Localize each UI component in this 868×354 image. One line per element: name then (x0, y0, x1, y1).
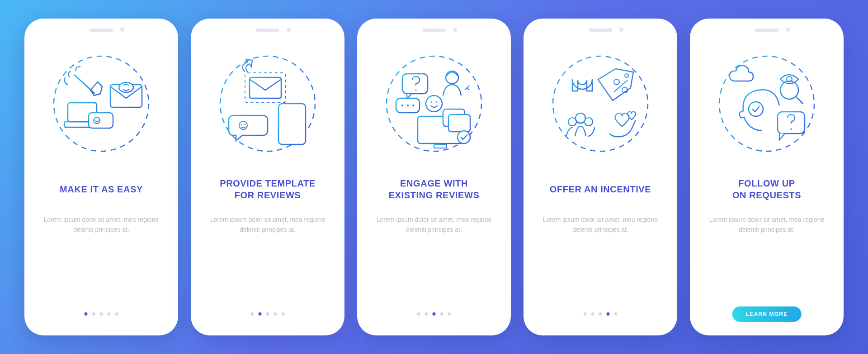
dot-3[interactable] (599, 312, 602, 316)
svg-point-63 (790, 128, 792, 130)
dot-4[interactable] (440, 312, 443, 316)
svg-point-51 (614, 79, 619, 85)
template-icon (213, 49, 322, 158)
dot-1[interactable] (417, 312, 420, 316)
onboarding-phones-row: MAKE IT AS EASY Lorem ipsum dolor sit am… (24, 19, 844, 335)
dot-2[interactable] (591, 312, 594, 316)
svg-point-31 (401, 105, 403, 106)
screen-body: Lorem ipsum dolor sit amet, mea regione … (705, 215, 828, 234)
screen-title: ENGAGE WITH EXISTING REVIEWS (389, 177, 480, 201)
svg-rect-38 (434, 144, 447, 148)
pagination-dots (584, 312, 618, 316)
phone-screen-1: MAKE IT AS EASY Lorem ipsum dolor sit am… (24, 19, 178, 335)
svg-point-14 (241, 124, 242, 125)
phone-screen-4: OFFER AN INCENTIVE Lorem ipsum dolor sit… (524, 19, 677, 335)
dot-4[interactable] (274, 312, 277, 316)
incentive-icon (546, 49, 655, 158)
svg-point-57 (719, 56, 814, 151)
dot-3[interactable] (100, 312, 103, 316)
dot-1[interactable] (251, 312, 254, 316)
svg-point-35 (430, 101, 432, 102)
dot-3[interactable] (433, 312, 436, 316)
phone-screen-3: ENGAGE WITH EXISTING REVIEWS Lorem ipsum… (357, 19, 511, 335)
svg-line-61 (796, 96, 803, 104)
dot-3[interactable] (266, 312, 269, 316)
followup-icon (712, 49, 821, 158)
screen-body: Lorem ipsum dolor sit amet, mea regione … (206, 215, 329, 234)
svg-point-58 (749, 102, 763, 116)
screen-body: Lorem ipsum dolor sit amet, mea regione … (539, 215, 662, 234)
screen-title: OFFER AN INCENTIVE (550, 177, 651, 201)
svg-point-36 (436, 101, 437, 102)
dot-5[interactable] (448, 312, 451, 316)
dot-5[interactable] (282, 312, 285, 316)
svg-point-15 (245, 124, 245, 125)
pagination-dots (251, 312, 285, 316)
svg-point-29 (415, 89, 416, 91)
easy-icon (47, 49, 156, 158)
dot-1[interactable] (85, 312, 88, 316)
svg-line-53 (614, 80, 627, 92)
svg-point-27 (446, 71, 458, 84)
learn-more-button[interactable]: LEARN MORE (732, 306, 802, 322)
svg-point-34 (426, 96, 442, 112)
screen-title: MAKE IT AS EASY (60, 177, 143, 201)
dot-2[interactable] (92, 312, 95, 316)
svg-point-50 (625, 74, 628, 77)
dot-4[interactable] (108, 312, 111, 316)
dot-1[interactable] (584, 312, 587, 316)
phone-screen-5: FOLLOW UP ON REQUESTS Lorem ipsum dolor … (690, 19, 844, 335)
screen-body: Lorem ipsum dolor sit amet, mea regione … (40, 215, 163, 234)
screen-title: PROVIDE TEMPLATE FOR REVIEWS (220, 177, 315, 201)
dot-5[interactable] (614, 312, 618, 316)
svg-rect-11 (250, 77, 281, 98)
svg-point-44 (458, 131, 470, 144)
screen-body: Lorem ipsum dolor sit amet, mea regione … (373, 215, 495, 234)
svg-point-55 (568, 118, 576, 126)
svg-point-54 (576, 113, 585, 123)
phone-screen-2: PROVIDE TEMPLATE FOR REVIEWS Lorem ipsum… (191, 19, 344, 335)
pagination-dots (85, 312, 118, 316)
svg-point-33 (412, 105, 414, 106)
svg-point-32 (407, 105, 409, 106)
dot-4[interactable] (607, 312, 610, 316)
dot-5[interactable] (115, 312, 118, 316)
engage-icon (380, 49, 488, 158)
pagination-dots (417, 312, 451, 316)
screen-title: FOLLOW UP ON REQUESTS (732, 177, 801, 201)
svg-point-56 (585, 118, 593, 126)
dot-2[interactable] (425, 312, 428, 316)
dot-2[interactable] (259, 312, 262, 316)
